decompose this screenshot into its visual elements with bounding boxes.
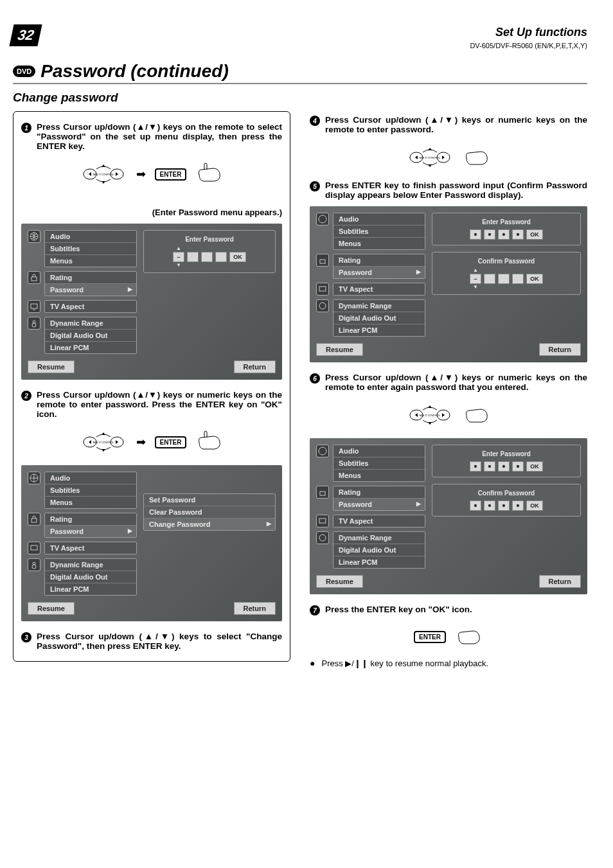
svg-rect-20 [31, 518, 37, 522]
svg-point-31 [319, 215, 326, 223]
svg-rect-43 [320, 492, 325, 495]
arrow-icon: ➡ [136, 435, 146, 449]
dvd-badge: DVD [13, 66, 35, 77]
svg-marker-28 [428, 148, 432, 150]
lock-icon [316, 254, 329, 267]
enter-button-icon: ENTER [414, 631, 446, 643]
remote-illustration: MULTI CONTROL [310, 401, 587, 429]
svg-marker-15 [116, 440, 118, 444]
page-number: 32 [9, 24, 42, 46]
svg-marker-38 [442, 413, 445, 417]
svg-marker-40 [428, 422, 432, 425]
menu-item: Subtitles [45, 243, 136, 255]
speaker-icon [28, 558, 40, 571]
svg-point-22 [33, 562, 35, 565]
arrow-icon: ➡ [136, 167, 146, 181]
remote-illustration: MULTI CONTROL [310, 143, 587, 172]
remote-illustration: MULTI CONTROL ➡ ENTER [21, 160, 282, 188]
tv-icon [28, 542, 40, 554]
remote-illustration: ENTER [310, 624, 587, 649]
return-button: Return [234, 602, 276, 615]
enter-password-panel: Enter Password ▲–▼ OK [143, 230, 276, 273]
svg-point-10 [33, 321, 35, 323]
osd-screenshot-2: Audio Subtitles Menus Rating Password [21, 465, 282, 621]
svg-marker-25 [415, 155, 418, 159]
hand-icon [463, 403, 491, 427]
svg-rect-32 [320, 260, 325, 263]
osd-screenshot-3: AudioSubtitlesMenus RatingPassword TV As… [310, 206, 587, 362]
step-number-icon: 5 [310, 181, 320, 191]
svg-text:MULTI CONTROL: MULTI CONTROL [93, 173, 114, 176]
dpad-icon: MULTI CONTROL [406, 401, 454, 429]
return-button: Return [539, 343, 581, 356]
dpad-icon: MULTI CONTROL [406, 143, 454, 172]
hand-icon [455, 624, 483, 649]
globe-icon [28, 472, 40, 484]
step-number-icon: 6 [310, 373, 320, 384]
return-button: Return [234, 360, 276, 373]
lock-icon [28, 513, 40, 526]
step-4: 4 Press Cursor up/down (▲/▼) keys or num… [310, 115, 587, 134]
resume-button: Resume [28, 360, 75, 373]
enter-button-icon: ENTER [155, 436, 187, 448]
svg-rect-9 [31, 304, 37, 308]
svg-marker-4 [102, 164, 105, 167]
caption-text: (Enter Password menu appears.) [21, 208, 282, 217]
hand-icon [195, 162, 224, 186]
menu-item: Audio [45, 231, 136, 243]
svg-rect-33 [319, 287, 326, 291]
page-subtitle: Change password [13, 91, 587, 105]
svg-marker-17 [102, 449, 105, 452]
lock-icon [316, 486, 329, 499]
hand-icon [195, 430, 224, 454]
menu-item: Menus [45, 255, 136, 267]
speaker-icon [28, 317, 40, 330]
speaker-icon [316, 531, 329, 544]
dpad-icon: MULTI CONTROL [80, 160, 127, 188]
step-2: 2 Press Cursor up/down (▲/▼) keys or num… [21, 390, 282, 419]
page-title: Password (continued) [40, 61, 228, 82]
model-code: DV-605/DVF-R5060 (EN/K,P,E,T,X,Y) [13, 42, 587, 49]
step-5: 5 Press ENTER key to finish password inp… [310, 181, 587, 200]
step-6: 6 Press Cursor up/down (▲/▼) keys or num… [310, 373, 587, 392]
resume-button: Resume [316, 575, 363, 588]
confirm-password-panel: Confirm Password OK [432, 484, 581, 517]
svg-marker-27 [442, 155, 445, 159]
svg-text:MULTI CONTROL: MULTI CONTROL [93, 441, 114, 444]
svg-marker-29 [428, 164, 432, 167]
menu-item: TV Aspect [45, 301, 136, 312]
step-number-icon: 2 [21, 391, 31, 401]
hand-icon [463, 145, 491, 170]
section-heading: Set Up functions [13, 26, 587, 39]
speaker-icon [316, 299, 329, 312]
enter-button-icon: ENTER [155, 168, 187, 181]
svg-marker-3 [116, 172, 118, 176]
tv-icon [316, 283, 329, 296]
svg-point-23 [32, 565, 36, 569]
osd-screenshot-4: AudioSubtitlesMenus RatingPassword TV As… [310, 438, 587, 594]
step-7: 7 Press the ENTER key on "OK" icon. [310, 605, 587, 616]
svg-marker-39 [428, 405, 432, 408]
svg-text:MULTI CONTROL: MULTI CONTROL [420, 414, 441, 417]
globe-icon [28, 230, 40, 243]
globe-icon [316, 445, 329, 457]
step-number-icon: 7 [310, 605, 320, 616]
svg-point-11 [32, 323, 36, 327]
enter-password-panel: Enter Password OK [432, 213, 581, 245]
svg-rect-44 [319, 518, 326, 523]
svg-marker-36 [415, 413, 418, 417]
svg-rect-8 [31, 277, 37, 281]
svg-rect-21 [31, 545, 37, 550]
step-number-icon: 1 [21, 123, 31, 133]
step-number-icon: 4 [310, 116, 320, 126]
bullet-icon: ● [310, 658, 315, 668]
step-3: 3 Press Cursor up/down (▲/▼) keys to sel… [21, 632, 282, 651]
svg-point-34 [319, 303, 326, 309]
tv-icon [28, 300, 40, 313]
svg-marker-13 [89, 440, 91, 444]
menu-item: Dynamic Range [45, 317, 136, 330]
menu-item: Digital Audio Out [45, 330, 136, 342]
svg-marker-1 [89, 172, 91, 176]
svg-marker-16 [102, 432, 105, 435]
globe-icon [316, 213, 329, 226]
